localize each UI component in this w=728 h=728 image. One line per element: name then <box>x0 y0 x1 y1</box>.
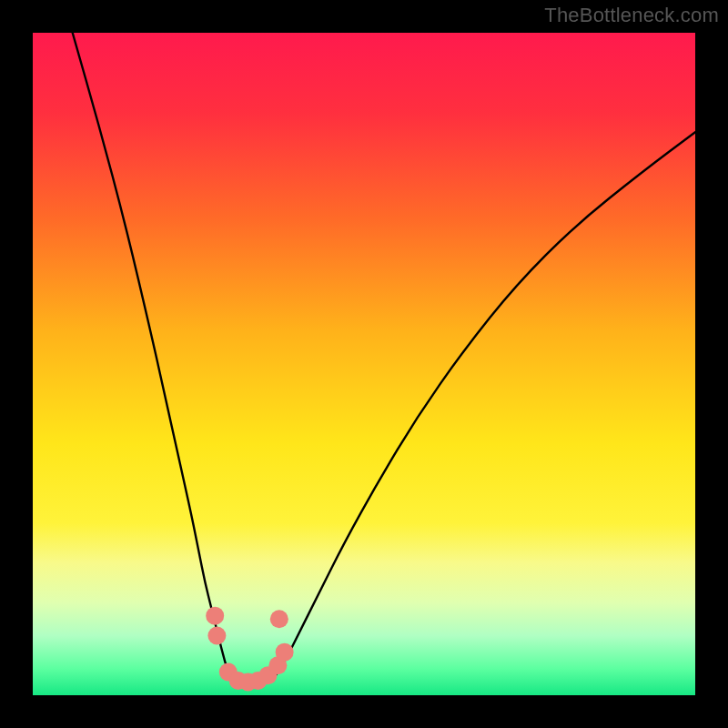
data-marker <box>270 610 288 628</box>
watermark-text: TheBottleneck.com <box>544 4 719 27</box>
plot-area <box>33 33 695 695</box>
data-marker <box>207 626 226 644</box>
gradient-background <box>33 33 695 695</box>
chart-frame: TheBottleneck.com <box>0 0 728 728</box>
data-marker <box>276 643 294 662</box>
chart-svg <box>33 33 695 695</box>
data-marker <box>206 607 224 625</box>
